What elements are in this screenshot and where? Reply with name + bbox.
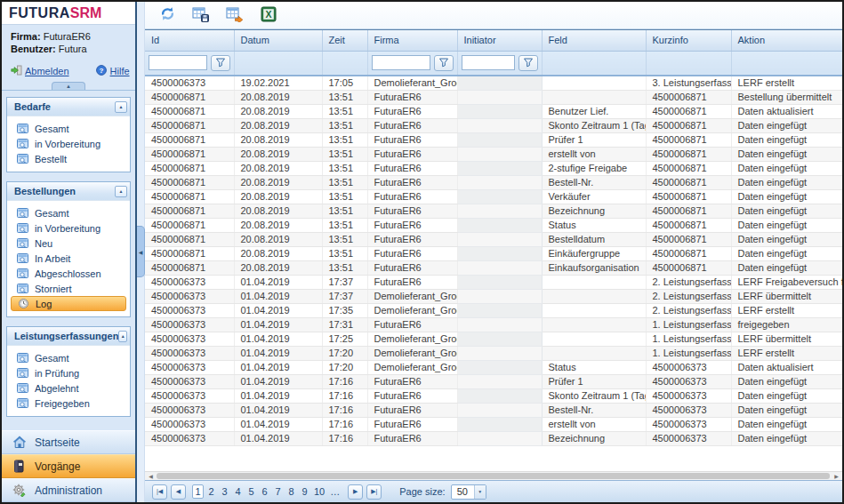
cell-aktion: Daten eingefügt bbox=[731, 204, 842, 218]
table-row[interactable]: 450000687120.08.201913:51FuturaER62-stuf… bbox=[145, 161, 842, 175]
sidebar-splitter[interactable]: ◀ bbox=[137, 2, 145, 502]
panel-header-bedarfe[interactable]: Bedarfe▲ bbox=[7, 98, 130, 116]
panel-header-bestellungen[interactable]: Bestellungen▲ bbox=[7, 182, 130, 201]
page-number-link[interactable]: 8 bbox=[285, 486, 297, 497]
cell-firma: FuturaER6 bbox=[367, 246, 457, 260]
column-header-kurzinfo[interactable]: Kurzinfo bbox=[646, 30, 731, 51]
table-row[interactable]: 450000687120.08.201913:51FuturaER6Bestel… bbox=[145, 232, 842, 246]
filter-button-initiator[interactable] bbox=[518, 55, 538, 71]
table-row[interactable]: 450000687120.08.201913:51FuturaER6Benutz… bbox=[145, 104, 842, 118]
sidebar-item-in-vorbereitung[interactable]: in Vorbereitung bbox=[9, 220, 128, 236]
bottom-nav-startseite[interactable]: Startseite bbox=[2, 430, 135, 454]
table-row[interactable]: 450000637301.04.201917:20Demolieferant_G… bbox=[145, 346, 842, 360]
sidebar-item-log[interactable]: Log bbox=[11, 296, 126, 311]
bottom-nav-administration[interactable]: Administration bbox=[2, 478, 135, 502]
sidebar-item-gesamt[interactable]: Gesamt bbox=[9, 350, 128, 365]
table-row[interactable]: 450000637301.04.201917:25Demolieferant_G… bbox=[145, 332, 842, 346]
prev-page-button[interactable]: ◀ bbox=[171, 484, 186, 500]
sidebar-item-storniert[interactable]: Storniert bbox=[9, 281, 128, 296]
cell-aktion: Daten eingefügt bbox=[731, 388, 842, 403]
panel-header-leistungserfassungen[interactable]: Leistungserfassungen▲ bbox=[7, 327, 130, 346]
filter-input-initiator[interactable] bbox=[462, 55, 515, 70]
sidebar-item-gesamt[interactable]: Gesamt bbox=[9, 121, 128, 136]
hilfe-link[interactable]: ? Hilfe bbox=[96, 65, 130, 76]
page-number-link[interactable]: 3 bbox=[219, 486, 230, 497]
cell-aktion: Daten eingefügt bbox=[731, 246, 842, 260]
sidebar-item-in-vorbereitung[interactable]: in Vorbereitung bbox=[9, 136, 128, 151]
excel-export-button[interactable]: X bbox=[258, 4, 279, 26]
table-row[interactable]: 450000687120.08.201913:51FuturaER6450000… bbox=[145, 90, 842, 104]
table-row[interactable]: 450000637301.04.201917:16FuturaER6Bestel… bbox=[145, 403, 842, 417]
sidebar-collapse-tab[interactable]: ▲ bbox=[52, 82, 85, 90]
sidebar-item-bestellt[interactable]: Bestellt bbox=[9, 151, 128, 166]
column-header-datum[interactable]: Datum bbox=[234, 30, 322, 51]
cell-zeit: 13:51 bbox=[322, 118, 367, 132]
table-row[interactable]: 450000637301.04.201917:16FuturaER6Skonto… bbox=[145, 388, 842, 403]
abmelden-link[interactable]: Abmelden bbox=[11, 65, 69, 76]
table-row[interactable]: 450000637301.04.201917:16FuturaER6Prüfer… bbox=[145, 374, 842, 388]
collapse-panel-button[interactable]: ▲ bbox=[118, 331, 127, 342]
sidebar-item-freigegeben[interactable]: Freigegeben bbox=[9, 396, 128, 411]
page-number-link[interactable]: 10 bbox=[312, 486, 326, 497]
scrollbar-thumb[interactable] bbox=[157, 473, 830, 479]
page-number-link[interactable]: 6 bbox=[259, 486, 270, 497]
column-header-aktion[interactable]: Aktion bbox=[731, 30, 842, 51]
cell-kurzinfo: 4500006871 bbox=[646, 118, 731, 132]
table-row[interactable]: 450000687120.08.201913:51FuturaER6Einkau… bbox=[145, 260, 842, 275]
collapse-panel-button[interactable]: ▲ bbox=[115, 101, 127, 113]
table-row[interactable]: 450000687120.08.201913:51FuturaER6erstel… bbox=[145, 147, 842, 161]
table-row[interactable]: 450000687120.08.201913:51FuturaER6Bestel… bbox=[145, 175, 842, 189]
export-table-button[interactable] bbox=[224, 4, 245, 26]
table-row[interactable]: 450000687120.08.201913:51FuturaER6Prüfer… bbox=[145, 132, 842, 147]
page-number-list: 12345678910… bbox=[192, 484, 342, 499]
sidebar-item-in-prüfung[interactable]: in Prüfung bbox=[9, 365, 128, 380]
sidebar-item-neu[interactable]: Neu bbox=[9, 236, 128, 251]
page-number-link[interactable]: 9 bbox=[299, 486, 310, 497]
scroll-right-arrow-icon[interactable]: ▶ bbox=[832, 472, 841, 480]
table-row[interactable]: 450000637301.04.201917:31FuturaER61. Lei… bbox=[145, 317, 842, 332]
page-size-select[interactable]: 50 ▼ bbox=[451, 484, 486, 500]
sidebar-item-in-arbeit[interactable]: In Arbeit bbox=[9, 251, 128, 266]
cell-aktion: Daten eingefügt bbox=[731, 417, 842, 431]
filter-button-firma[interactable] bbox=[434, 55, 454, 71]
bottom-nav-vorgänge[interactable]: Vorgänge bbox=[2, 454, 135, 478]
table-row[interactable]: 450000637301.04.201917:16FuturaER6erstel… bbox=[145, 417, 842, 431]
page-number-link[interactable]: 7 bbox=[272, 486, 284, 497]
splitter-collapse-handle[interactable]: ◀ bbox=[137, 226, 145, 277]
filter-input-id[interactable] bbox=[149, 55, 207, 70]
filter-input-firma[interactable] bbox=[372, 55, 430, 70]
column-header-initiator[interactable]: Initiator bbox=[457, 30, 542, 51]
column-header-id[interactable]: Id bbox=[145, 30, 234, 51]
table-row[interactable]: 450000637301.04.201917:37Demolieferant_G… bbox=[145, 289, 842, 303]
column-header-firma[interactable]: Firma bbox=[367, 30, 457, 51]
column-header-zeit[interactable]: Zeit bbox=[322, 30, 367, 51]
page-number-link[interactable]: 4 bbox=[232, 486, 244, 497]
table-row[interactable]: 450000687120.08.201913:51FuturaER6Verkäu… bbox=[145, 189, 842, 204]
table-row[interactable]: 450000687120.08.201913:51FuturaER6Einkäu… bbox=[145, 246, 842, 260]
table-row[interactable]: 450000687120.08.201913:51FuturaER6Bezeic… bbox=[145, 204, 842, 218]
last-page-button[interactable]: ▶| bbox=[366, 484, 382, 500]
first-page-button[interactable]: |◀ bbox=[152, 484, 167, 500]
page-number-link[interactable]: 2 bbox=[205, 486, 217, 497]
cell-feld: 2-stufige Freigabe bbox=[542, 161, 646, 175]
table-row[interactable]: 450000637301.04.201917:20Demolieferant_G… bbox=[145, 360, 842, 374]
table-row[interactable]: 450000637301.04.201917:37FuturaER62. Lei… bbox=[145, 275, 842, 289]
table-row[interactable]: 450000687120.08.201913:51FuturaER6Status… bbox=[145, 218, 842, 232]
column-header-feld[interactable]: Feld bbox=[542, 30, 646, 51]
sidebar-item-abgeschlossen[interactable]: Abgeschlossen bbox=[9, 266, 128, 281]
cell-initiator bbox=[457, 246, 542, 260]
sidebar-item-gesamt[interactable]: Gesamt bbox=[9, 205, 128, 220]
collapse-panel-button[interactable]: ▲ bbox=[115, 186, 127, 197]
next-page-button[interactable]: ▶ bbox=[348, 484, 363, 500]
filter-button-id[interactable] bbox=[211, 55, 230, 71]
save-table-button[interactable] bbox=[190, 4, 212, 26]
table-row[interactable]: 450000687120.08.201913:51FuturaER6Skonto… bbox=[145, 118, 842, 132]
horizontal-scrollbar[interactable]: ◀ ▶ bbox=[145, 471, 842, 480]
table-row[interactable]: 450000637319.02.202117:05Demolieferant_G… bbox=[145, 76, 842, 90]
table-row[interactable]: 450000637301.04.201917:16FuturaER6Bezeic… bbox=[145, 431, 842, 445]
refresh-button[interactable] bbox=[157, 4, 178, 26]
scroll-left-arrow-icon[interactable]: ◀ bbox=[146, 472, 156, 480]
table-row[interactable]: 450000637301.04.201917:35Demolieferant_G… bbox=[145, 303, 842, 317]
page-number-link[interactable]: 5 bbox=[245, 486, 257, 497]
sidebar-item-abgelehnt[interactable]: Abgelehnt bbox=[9, 380, 128, 396]
